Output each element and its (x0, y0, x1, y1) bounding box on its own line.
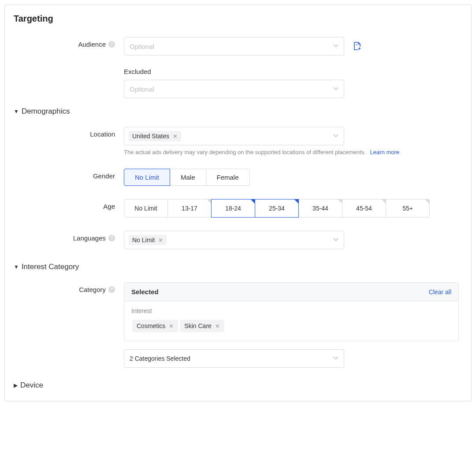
corner-mark-icon (207, 200, 211, 203)
chevron-down-icon (333, 87, 338, 90)
demographics-section-title: Demographics (22, 107, 70, 116)
selected-label: Selected (131, 288, 159, 296)
category-summary: 2 Categories Selected (130, 355, 190, 362)
corner-mark-icon (338, 200, 342, 203)
age-option[interactable]: 25-34 (255, 199, 299, 218)
chevron-down-icon (333, 44, 338, 48)
learn-more-link[interactable]: Learn more (370, 149, 399, 155)
category-selected-box: Selected Clear all Interest Cosmetics✕Sk… (124, 282, 459, 341)
gender-label: Gender (14, 169, 124, 180)
age-option[interactable]: No Limit (124, 199, 168, 218)
corner-mark-icon (382, 200, 386, 203)
category-select[interactable]: 2 Categories Selected (124, 349, 344, 368)
caret-right-icon: ▶ (14, 382, 18, 388)
age-option[interactable]: 55+ (386, 199, 430, 218)
chevron-down-icon (333, 236, 338, 243)
device-section-toggle[interactable]: ▶ Device (14, 381, 462, 390)
remove-tag-icon[interactable]: ✕ (173, 133, 178, 139)
device-section-title: Device (20, 381, 43, 390)
age-option[interactable]: 18-24 (211, 199, 255, 218)
panel-title: Targeting (14, 14, 462, 24)
remove-tag-icon[interactable]: ✕ (169, 323, 174, 329)
age-option[interactable]: 13-17 (167, 199, 212, 218)
gender-option[interactable]: Female (206, 169, 250, 186)
caret-down-icon: ▼ (14, 108, 19, 115)
interest-tag: Cosmetics✕ (132, 320, 178, 332)
interest-section-title: Interest Category (22, 262, 79, 271)
corner-mark-icon (425, 200, 429, 203)
interest-group-label: Interest (131, 307, 451, 314)
category-label: Category ? (14, 282, 124, 293)
audience-label-text: Audience (78, 41, 106, 48)
excluded-placeholder: Optional (130, 85, 154, 93)
help-icon[interactable]: ? (108, 286, 115, 293)
caret-down-icon: ▼ (14, 264, 19, 270)
languages-label: Languages ? (14, 231, 124, 242)
audience-placeholder: Optional (130, 43, 154, 50)
excluded-audience-select[interactable]: Optional (124, 80, 344, 98)
age-option[interactable]: 45-54 (342, 199, 386, 218)
gender-option[interactable]: Male (170, 169, 206, 186)
demographics-section-toggle[interactable]: ▼ Demographics (14, 107, 462, 116)
audience-label: Audience ? (14, 37, 124, 48)
location-tag: United States✕ (129, 131, 181, 141)
age-segmented: No Limit13-1718-2425-3435-4445-5455+ (124, 199, 462, 218)
chevron-down-icon (333, 354, 338, 361)
gender-option[interactable]: No Limit (124, 169, 170, 186)
remove-tag-icon[interactable]: ✕ (215, 323, 220, 329)
clear-all-button[interactable]: Clear all (429, 288, 451, 296)
corner-mark-icon (251, 200, 255, 203)
age-label: Age (14, 199, 124, 210)
create-audience-icon[interactable] (353, 42, 361, 51)
location-hint: The actual ads delivery may vary dependi… (124, 149, 462, 155)
age-option[interactable]: 35-44 (298, 199, 342, 218)
interest-tag: Skin Care✕ (180, 320, 224, 332)
audience-select[interactable]: Optional (124, 37, 344, 55)
gender-segmented: No LimitMaleFemale (124, 169, 462, 186)
language-tag: No Limit✕ (129, 235, 167, 245)
location-label: Location (14, 127, 124, 138)
chevron-down-icon (333, 132, 338, 139)
languages-select[interactable]: No Limit✕ (124, 231, 344, 249)
corner-mark-icon (294, 200, 298, 203)
excluded-label: Excluded (124, 68, 462, 75)
location-select[interactable]: United States✕ (124, 127, 344, 145)
help-icon[interactable]: ? (108, 235, 115, 241)
remove-tag-icon[interactable]: ✕ (158, 237, 163, 243)
help-icon[interactable]: ? (108, 41, 115, 48)
interest-section-toggle[interactable]: ▼ Interest Category (14, 262, 462, 271)
